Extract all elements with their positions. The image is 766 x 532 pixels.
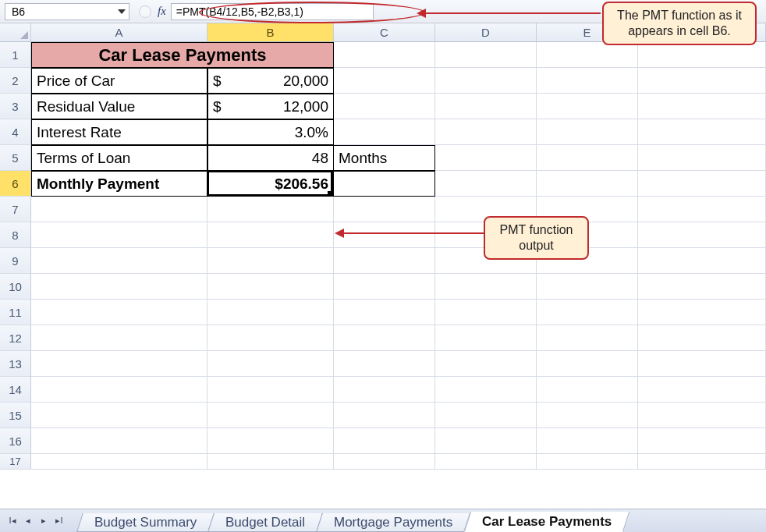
col-header-D[interactable]: D xyxy=(435,23,537,41)
cell-B6[interactable]: $206.56 xyxy=(207,171,334,197)
cell-A3[interactable]: Residual Value xyxy=(31,94,207,119)
row-header-17[interactable]: 17 xyxy=(0,454,31,470)
title-cell[interactable]: Car Lease Payments xyxy=(31,42,334,68)
cell-F1[interactable] xyxy=(638,42,766,68)
cell-A4[interactable]: Interest Rate xyxy=(31,119,207,145)
select-all-corner[interactable] xyxy=(0,23,31,41)
cell-A17[interactable] xyxy=(31,454,207,470)
cell-E1[interactable] xyxy=(537,42,638,68)
cell-A16[interactable] xyxy=(31,428,207,454)
cell-C8[interactable] xyxy=(334,222,435,248)
cell-F11[interactable] xyxy=(638,300,766,325)
row-header-2[interactable]: 2 xyxy=(0,68,31,94)
cell-C14[interactable] xyxy=(334,377,435,403)
row-header-10[interactable]: 10 xyxy=(0,274,31,300)
cell-C7[interactable] xyxy=(334,197,435,222)
tab-budget-summary[interactable]: Budget Summary xyxy=(76,513,215,532)
formula-input[interactable]: =PMT(B4/12,B5,-B2,B3,1) xyxy=(171,3,374,20)
cell-C10[interactable] xyxy=(334,274,435,300)
cell-F13[interactable] xyxy=(638,351,766,377)
cell-A10[interactable] xyxy=(31,274,207,300)
name-box[interactable]: B6 xyxy=(5,3,129,20)
cell-D14[interactable] xyxy=(435,377,537,403)
row-header-14[interactable]: 14 xyxy=(0,377,31,403)
tab-nav-next-icon[interactable]: ▸ xyxy=(37,514,50,528)
cell-E6[interactable] xyxy=(537,171,638,197)
cell-F2[interactable] xyxy=(638,68,766,94)
tab-nav-first-icon[interactable]: I◂ xyxy=(6,514,19,528)
cell-F9[interactable] xyxy=(638,248,766,274)
cell-D17[interactable] xyxy=(435,454,537,470)
row-header-16[interactable]: 16 xyxy=(0,428,31,454)
row-header-13[interactable]: 13 xyxy=(0,351,31,377)
cell-B5[interactable]: 48 xyxy=(207,145,334,171)
cell-B15[interactable] xyxy=(207,403,334,428)
tab-nav-prev-icon[interactable]: ◂ xyxy=(22,514,34,528)
row-header-3[interactable]: 3 xyxy=(0,94,31,119)
cell-A12[interactable] xyxy=(31,325,207,351)
cell-B14[interactable] xyxy=(207,377,334,403)
cell-E15[interactable] xyxy=(537,403,638,428)
cell-F8[interactable] xyxy=(638,222,766,248)
cell-A14[interactable] xyxy=(31,377,207,403)
row-header-9[interactable]: 9 xyxy=(0,248,31,274)
cell-A11[interactable] xyxy=(31,300,207,325)
cell-C5[interactable]: Months xyxy=(334,145,435,171)
cell-A2[interactable]: Price of Car xyxy=(31,68,207,94)
cell-A5[interactable]: Terms of Loan xyxy=(31,145,207,171)
formula-cancel-icon[interactable] xyxy=(139,5,151,18)
name-box-dropdown-icon[interactable] xyxy=(118,9,126,14)
tab-budget-detail[interactable]: Budget Detail xyxy=(207,513,323,532)
row-header-7[interactable]: 7 xyxy=(0,197,31,222)
cell-E10[interactable] xyxy=(537,274,638,300)
row-header-5[interactable]: 5 xyxy=(0,145,31,171)
cell-E5[interactable] xyxy=(537,145,638,171)
cell-D6[interactable] xyxy=(435,171,537,197)
tab-car-lease-payments[interactable]: Car Lease Payments xyxy=(463,512,629,532)
cell-F3[interactable] xyxy=(638,94,766,119)
cell-F15[interactable] xyxy=(638,403,766,428)
row-header-11[interactable]: 11 xyxy=(0,300,31,325)
cell-D13[interactable] xyxy=(435,351,537,377)
cell-A13[interactable] xyxy=(31,351,207,377)
cell-E4[interactable] xyxy=(537,119,638,145)
cell-F14[interactable] xyxy=(638,377,766,403)
cell-D12[interactable] xyxy=(435,325,537,351)
cell-D4[interactable] xyxy=(435,119,537,145)
cell-F17[interactable] xyxy=(638,454,766,470)
cell-B16[interactable] xyxy=(207,428,334,454)
cell-C6[interactable] xyxy=(334,171,435,197)
cell-C1[interactable] xyxy=(334,42,435,68)
row-header-15[interactable]: 15 xyxy=(0,403,31,428)
cell-E11[interactable] xyxy=(537,300,638,325)
cell-F5[interactable] xyxy=(638,145,766,171)
cell-B3[interactable]: $ 12,000 xyxy=(207,94,334,119)
row-header-6[interactable]: 6 xyxy=(0,171,31,197)
cell-B2[interactable]: $ 20,000 xyxy=(207,68,334,94)
cell-F7[interactable] xyxy=(638,197,766,222)
cell-B13[interactable] xyxy=(207,351,334,377)
row-header-12[interactable]: 12 xyxy=(0,325,31,351)
tab-nav-last-icon[interactable]: ▸I xyxy=(53,514,66,528)
cell-B4[interactable]: 3.0% xyxy=(207,119,334,145)
cell-F10[interactable] xyxy=(638,274,766,300)
col-header-B[interactable]: B xyxy=(207,23,334,41)
cell-D11[interactable] xyxy=(435,300,537,325)
col-header-A[interactable]: A xyxy=(31,23,207,41)
cell-D3[interactable] xyxy=(435,94,537,119)
col-header-C[interactable]: C xyxy=(334,23,435,41)
cell-B11[interactable] xyxy=(207,300,334,325)
cell-D5[interactable] xyxy=(435,145,537,171)
cell-B8[interactable] xyxy=(207,222,334,248)
cell-C16[interactable] xyxy=(334,428,435,454)
tab-mortgage-payments[interactable]: Mortgage Payments xyxy=(317,513,471,532)
row-header-8[interactable]: 8 xyxy=(0,222,31,248)
cell-A7[interactable] xyxy=(31,197,207,222)
cell-C13[interactable] xyxy=(334,351,435,377)
cell-A8[interactable] xyxy=(31,222,207,248)
cell-C9[interactable] xyxy=(334,248,435,274)
cell-A15[interactable] xyxy=(31,403,207,428)
cell-C2[interactable] xyxy=(334,68,435,94)
cell-D10[interactable] xyxy=(435,274,537,300)
row-header-1[interactable]: 1 xyxy=(0,42,31,68)
